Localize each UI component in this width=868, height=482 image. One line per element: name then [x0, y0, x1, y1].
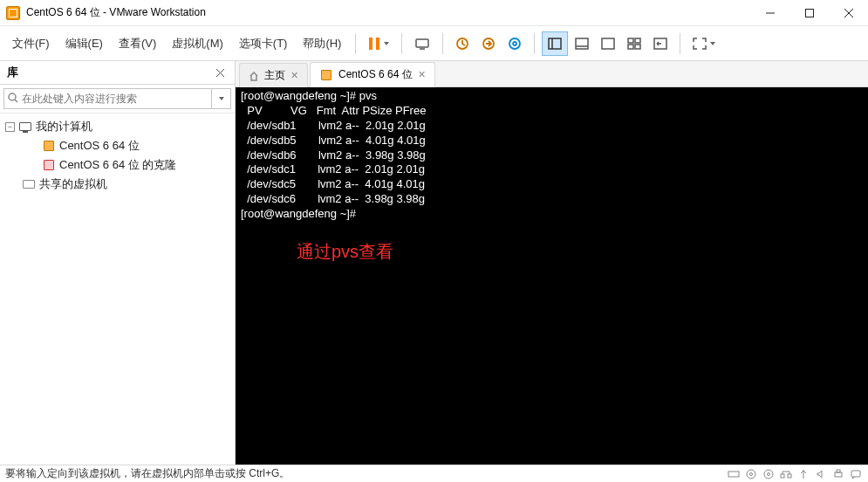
library-tree: − 我的计算机 CentOS 6 64 位 CentOS 6 64 位 的克隆 … — [0, 114, 235, 465]
view-single-icon[interactable] — [542, 31, 568, 56]
network-icon[interactable] — [779, 468, 793, 480]
view-thumbnails-icon[interactable] — [622, 31, 646, 56]
svg-point-11 — [513, 42, 516, 45]
tab-close-icon[interactable]: ✕ — [418, 69, 426, 80]
svg-rect-35 — [851, 471, 860, 477]
home-icon — [249, 71, 259, 81]
tree-label: 共享的虚拟机 — [39, 176, 107, 192]
svg-rect-1 — [805, 9, 813, 17]
minimize-button[interactable] — [750, 0, 789, 25]
menu-file[interactable]: 文件(F) — [5, 32, 57, 55]
terminal-line: /dev/sdb6 lvm2 a-- 3.98g 3.98g — [241, 148, 863, 163]
svg-rect-5 — [376, 38, 379, 50]
terminal-line: /dev/sdc6 lvm2 a-- 3.98g 3.98g — [241, 192, 863, 207]
svg-point-28 — [750, 472, 753, 475]
annotation-text: 通过pvs查看 — [297, 240, 393, 263]
collapse-icon[interactable]: − — [5, 122, 15, 132]
svg-point-27 — [747, 470, 755, 479]
menu-view[interactable]: 查看(V) — [112, 32, 163, 55]
tree-label: CentOS 6 64 位 的克隆 — [59, 157, 176, 173]
terminal-line: [root@wangdefeng ~]# pvs — [241, 89, 863, 104]
svg-point-29 — [764, 470, 773, 479]
message-icon[interactable] — [849, 468, 863, 480]
svg-line-25 — [15, 100, 17, 102]
svg-rect-17 — [628, 38, 633, 43]
sidebar: 库 − 我的计算机 CentOS 6 64 位 — [0, 61, 236, 465]
terminal-line: PV VG Fmt Attr PSize PFree — [241, 104, 863, 119]
maximize-button[interactable] — [789, 0, 829, 25]
view-unity-icon[interactable] — [570, 31, 594, 56]
svg-rect-26 — [728, 472, 739, 477]
hdd-icon[interactable] — [727, 468, 741, 480]
tree-node-vm2[interactable]: CentOS 6 64 位 的克隆 — [2, 155, 233, 175]
fullscreen-button[interactable] — [687, 31, 721, 56]
pause-button[interactable] — [363, 31, 394, 56]
svg-rect-18 — [635, 38, 640, 43]
tab-close-icon[interactable]: ✕ — [290, 70, 298, 81]
svg-rect-20 — [635, 45, 640, 49]
tab-home[interactable]: 主页 ✕ — [239, 63, 308, 87]
terminal[interactable]: [root@wangdefeng ~]# pvs PV VG Fmt Attr … — [236, 87, 868, 465]
status-device-icons — [727, 468, 863, 480]
tree-label: CentOS 6 64 位 — [59, 138, 140, 154]
terminal-line: [root@wangdefeng ~]# — [241, 207, 863, 222]
svg-rect-12 — [549, 38, 561, 49]
terminal-line: /dev/sdc1 lvm2 a-- 2.01g 2.01g — [241, 162, 863, 177]
menu-bar: 文件(F) 编辑(E) 查看(V) 虚拟机(M) 选项卡(T) 帮助(H) — [0, 26, 868, 61]
menu-vm[interactable]: 虚拟机(M) — [165, 32, 230, 55]
svg-rect-4 — [369, 38, 372, 50]
search-row — [0, 85, 235, 114]
svg-rect-19 — [628, 45, 633, 49]
vm-icon — [319, 69, 333, 81]
cd-icon[interactable] — [744, 468, 758, 480]
vm-icon — [42, 140, 56, 152]
snapshot-revert-icon[interactable] — [476, 31, 501, 56]
tree-node-vm1[interactable]: CentOS 6 64 位 — [2, 136, 233, 155]
sidebar-header: 库 — [0, 61, 235, 85]
cd2-icon[interactable] — [762, 468, 776, 480]
view-console-icon[interactable] — [596, 31, 620, 56]
tree-node-shared[interactable]: 共享的虚拟机 — [2, 175, 233, 194]
tab-label: 主页 — [264, 68, 285, 83]
close-button[interactable] — [829, 0, 868, 25]
menu-edit[interactable]: 编辑(E) — [58, 32, 110, 55]
status-text: 要将输入定向到该虚拟机，请在虚拟机内部单击或按 Ctrl+G。 — [5, 466, 290, 481]
snapshot-take-icon[interactable] — [450, 31, 475, 56]
tab-label: CentOS 6 64 位 — [338, 67, 413, 82]
search-box[interactable] — [3, 88, 231, 109]
sound-icon[interactable] — [814, 468, 828, 480]
svg-point-30 — [768, 472, 770, 475]
snapshot-manage-icon[interactable] — [502, 31, 527, 56]
search-input[interactable] — [22, 93, 211, 105]
sidebar-close-icon[interactable] — [212, 65, 228, 80]
svg-rect-31 — [781, 474, 784, 478]
svg-point-10 — [509, 38, 520, 49]
tree-node-mycomputer[interactable]: − 我的计算机 — [2, 117, 233, 136]
app-icon — [6, 6, 20, 20]
vm-clone-icon — [42, 159, 56, 171]
view-quickswitch-icon[interactable] — [648, 31, 673, 56]
title-bar: CentOS 6 64 位 - VMware Workstation — [0, 0, 868, 26]
menu-tabs[interactable]: 选项卡(T) — [232, 32, 295, 55]
window-title: CentOS 6 64 位 - VMware Workstation — [26, 5, 750, 20]
usb-icon[interactable] — [796, 468, 810, 480]
terminal-line: /dev/sdb5 lvm2 a-- 4.01g 4.01g — [241, 134, 863, 148]
sidebar-title: 库 — [7, 65, 212, 80]
search-icon — [8, 93, 18, 106]
terminal-line: /dev/sdc5 lvm2 a-- 4.01g 4.01g — [241, 177, 863, 192]
printer-icon[interactable] — [831, 468, 845, 480]
svg-rect-14 — [576, 38, 588, 49]
status-bar: 要将输入定向到该虚拟机，请在虚拟机内部单击或按 Ctrl+G。 — [0, 465, 868, 482]
svg-rect-33 — [835, 472, 842, 477]
terminal-line: /dev/sdb1 lvm2 a-- 2.01g 2.01g — [241, 119, 863, 134]
content-area: 主页 ✕ CentOS 6 64 位 ✕ [root@wangdefeng ~]… — [236, 61, 868, 465]
tab-vm[interactable]: CentOS 6 64 位 ✕ — [310, 62, 435, 87]
svg-rect-34 — [837, 470, 840, 472]
tree-label: 我的计算机 — [36, 119, 92, 134]
menu-help[interactable]: 帮助(H) — [296, 32, 348, 55]
folder-icon — [22, 178, 36, 190]
main-area: 库 − 我的计算机 CentOS 6 64 位 — [0, 61, 868, 465]
search-dropdown[interactable] — [211, 88, 227, 109]
send-ctrl-alt-del-icon[interactable] — [409, 31, 435, 56]
tab-strip: 主页 ✕ CentOS 6 64 位 ✕ — [236, 61, 868, 87]
